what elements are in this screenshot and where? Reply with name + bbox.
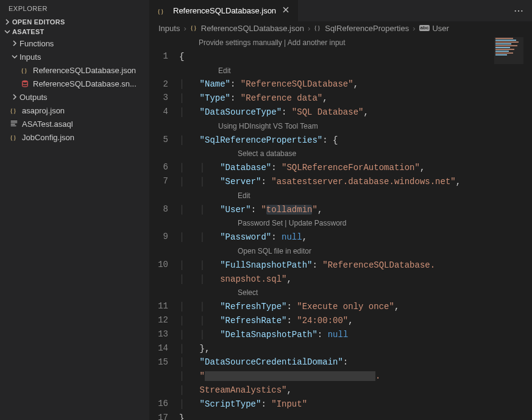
code-line: │ "Type": "Reference data", [179,91,532,105]
line-number: 11 [150,299,168,313]
chevron-right-icon: › [308,24,310,33]
code-line: │ }, [179,342,532,356]
code-line: │ "ScriptType": "Input" [179,397,532,411]
chevron-right-icon: › [183,24,186,33]
more-actions-button[interactable]: ⋯ [505,5,532,16]
database-icon [20,79,30,88]
json-icon: {} [20,66,30,74]
tab-title: ReferenceSQLDatabase.json [173,6,276,15]
line-number: 7 [150,174,168,188]
code-line: │ "DataSourceType": "SQL Database", [179,105,532,119]
code-line: │ │ "User": "tolladmin", [179,203,532,217]
breadcrumb-sqlprops[interactable]: {} SqlReferenceProperties [314,23,409,34]
svg-text:{}: {} [157,7,164,14]
line-number: 16 [150,397,168,411]
line-number: 4 [150,105,168,119]
svg-text:{}: {} [190,23,197,30]
svg-text:{}: {} [10,133,16,141]
svg-text:{}: {} [314,23,321,30]
file-asatest-asaql[interactable]: ASATest.asaql [0,117,149,130]
file-label: ASATest.asaql [22,119,73,129]
codelens-edit-user[interactable]: Edit [179,189,532,203]
file-label: asaproj.json [22,106,65,115]
line-number: 8 [150,202,168,216]
codelens-password[interactable]: Password Set | Update Password [179,216,532,230]
code-line: │ │ snapshot.sql", [179,272,532,287]
code-line: │ │ "Server": "asatestserver.database.wi… [179,175,532,189]
breadcrumb-file[interactable]: {} ReferenceSQLDatabase.json [190,23,304,34]
folder-functions[interactable]: Functions [0,37,149,50]
code-line: │ │ "RefreshRate": "24:00:00", [179,314,532,328]
code-line: │ │ "Password": null, [179,230,532,244]
code-line: │ │ "RefreshType": "Execute only once", [179,300,532,314]
folder-label: Inputs [20,52,41,62]
explorer-sidebar: EXPLORER OPEN EDITORS ASATEST Functions … [0,0,150,420]
line-number: 15 [150,355,168,369]
codelens-opensql[interactable]: Open SQL file in editor [179,244,532,258]
file-asaproj[interactable]: {} asaproj.json [0,104,149,117]
line-number: 10 [150,258,168,272]
svg-point-1 [23,80,28,83]
folder-inputs[interactable]: Inputs [0,50,149,63]
line-number: 9 [150,230,168,244]
file-reference-json[interactable]: {} ReferenceSQLDatabase.json [0,63,149,77]
redacted-text [205,371,375,381]
code-editor[interactable]: 1 2 3 4 5 6 7 8 9 10 11 12 13 14 15 16 [150,35,532,420]
code-line: │ ". [179,369,532,383]
line-number: 13 [150,327,168,341]
codelens-selectdb[interactable]: Select a database [179,147,532,161]
json-icon: {} [190,23,199,34]
file-label: ReferenceSQLDatabase.json [33,66,136,75]
editor-area: {} ReferenceSQLDatabase.json ⋯ Inputs › … [150,0,532,420]
file-reference-snapshot[interactable]: ReferenceSQLDatabase.sn... [0,77,149,90]
breadcrumb-user[interactable]: abc User [419,24,449,33]
code-line: │ StreamAnalystics", [179,383,532,397]
code-line: { [179,50,532,64]
code-content[interactable]: Provide settings manually | Add another … [179,35,532,420]
braces-icon: {} [314,23,322,34]
code-line: │ │ "FullSnapshotPath": "ReferenceSQLDat… [179,258,532,272]
code-line: │ "Name": "ReferenceSQLDatabase", [179,77,532,91]
code-line: │ │ "Database": "SQLReferenceForAutomati… [179,161,532,175]
chevron-down-icon [10,53,20,60]
open-editors-section[interactable]: OPEN EDITORS [0,17,149,27]
chevron-down-icon [2,28,12,35]
explorer-title: EXPLORER [0,0,149,17]
breadcrumb[interactable]: Inputs › {} ReferenceSQLDatabase.json › … [150,21,532,35]
line-number: 5 [150,133,168,147]
chevron-right-icon: › [413,24,415,33]
lines-icon [9,119,20,128]
line-number: 2 [150,77,168,91]
folder-outputs[interactable]: Outputs [0,90,149,104]
string-icon: abc [419,25,430,31]
chevron-right-icon [10,93,20,101]
code-line: │ "SqlReferenceProperties": { [179,133,532,148]
close-icon[interactable] [280,5,292,16]
chevron-right-icon [10,40,20,47]
folder-label: Functions [20,39,54,48]
breadcrumb-inputs[interactable]: Inputs [158,24,180,33]
folder-label: Outputs [20,93,48,102]
svg-text:{}: {} [10,107,16,114]
line-number: 3 [150,91,168,105]
code-line: } [179,411,532,420]
line-number: 17 [150,411,168,420]
workspace-label: ASATEST [12,28,44,35]
json-icon: {} [9,133,20,141]
codelens-top[interactable]: Provide settings manually | Add another … [179,36,532,50]
tab-bar: {} ReferenceSQLDatabase.json ⋯ [150,0,532,21]
codelens-hdinsight[interactable]: Using HDInsight VS Tool Team [179,119,532,133]
tab-reference-json[interactable]: {} ReferenceSQLDatabase.json [150,0,299,21]
code-line: │ "DataSourceCredentialDomain": [179,355,532,369]
svg-text:{}: {} [21,66,27,74]
line-numbers: 1 2 3 4 5 6 7 8 9 10 11 12 13 14 15 16 [150,35,179,420]
file-jobconfig[interactable]: {} JobConfig.json [0,130,149,144]
codelens-select[interactable]: Select [179,286,532,300]
json-icon: {} [9,106,20,115]
chevron-right-icon [2,18,12,26]
file-tree: Functions Inputs {} ReferenceSQLDatabase… [0,37,149,144]
json-icon: {} [156,7,167,15]
codelens-edit[interactable]: Edit [179,64,532,78]
workspace-section[interactable]: ASATEST [0,27,149,37]
open-editors-label: OPEN EDITORS [12,18,65,26]
